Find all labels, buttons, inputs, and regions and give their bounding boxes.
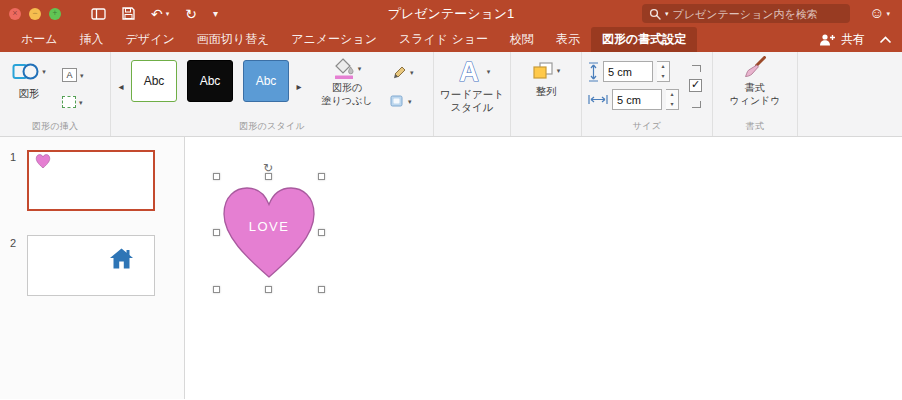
- arrange-label: 整列: [536, 85, 557, 98]
- slide-thumbnail-2[interactable]: [27, 235, 155, 296]
- resize-handle-ne[interactable]: [318, 173, 325, 180]
- width-spin-up-button[interactable]: [666, 90, 678, 100]
- brush-icon: [743, 56, 767, 79]
- shapes-icon: [12, 60, 39, 83]
- chevron-down-icon: [79, 99, 83, 106]
- tabbar-right: 共有: [819, 27, 892, 52]
- shape-style-option-2[interactable]: Abc: [187, 60, 233, 102]
- tab-design[interactable]: デザイン: [115, 27, 186, 52]
- close-button[interactable]: [9, 8, 21, 20]
- slide-number: 2: [10, 237, 16, 249]
- heart-shape-thumbnail: [35, 154, 51, 169]
- tab-review[interactable]: 校閲: [499, 27, 545, 52]
- shape-outline-button[interactable]: [389, 65, 414, 80]
- shape-width-input[interactable]: [612, 89, 662, 110]
- height-stepper: [657, 61, 670, 82]
- shape-height-input[interactable]: [603, 61, 653, 82]
- home-icon: [110, 248, 133, 269]
- search-input[interactable]: [673, 8, 843, 20]
- tab-transitions[interactable]: 画面切り替え: [186, 27, 281, 52]
- main-area: 1 2 LOVE: [0, 137, 902, 399]
- shape-effects-button[interactable]: [389, 94, 412, 108]
- group-format: 書式 ウィンドウ 書式: [713, 52, 797, 136]
- wordart-label: ワードアート スタイル: [440, 88, 504, 114]
- resize-handle-se[interactable]: [318, 286, 325, 293]
- resize-handle-sw[interactable]: [213, 286, 220, 293]
- tab-home[interactable]: ホーム: [10, 27, 69, 52]
- slide-canvas[interactable]: LOVE: [185, 137, 902, 399]
- shape-style-option-3[interactable]: Abc: [243, 60, 289, 102]
- share-button[interactable]: 共有: [819, 31, 865, 48]
- search-icon: [649, 8, 661, 20]
- redo-button[interactable]: [185, 6, 197, 22]
- change-shape-button[interactable]: [62, 96, 83, 108]
- group-label-size: サイズ: [582, 120, 712, 133]
- shape-style-option-1[interactable]: Abc: [131, 60, 177, 102]
- format-pane-label: 書式 ウィンドウ: [729, 82, 780, 107]
- slide-number: 1: [10, 151, 16, 163]
- style-gallery-prev-button[interactable]: [115, 76, 127, 94]
- minimize-button[interactable]: [29, 8, 41, 20]
- tab-slideshow[interactable]: スライド ショー: [388, 27, 499, 52]
- tab-shape-format[interactable]: 図形の書式設定: [591, 27, 697, 52]
- shape-fill-button[interactable]: 図形の 塗りつぶし: [311, 58, 383, 107]
- effects-icon: [389, 94, 405, 108]
- resize-handle-s[interactable]: [265, 286, 272, 293]
- style-gallery-next-button[interactable]: [293, 76, 305, 94]
- svg-text:A: A: [459, 57, 479, 86]
- undo-button[interactable]: [151, 6, 169, 22]
- customize-toolbar-button[interactable]: [213, 9, 218, 19]
- group-arrange: 整列: [511, 52, 581, 136]
- shape-height-icon: [588, 62, 599, 82]
- height-spin-up-button[interactable]: [657, 62, 669, 72]
- resize-handle-e[interactable]: [318, 229, 325, 236]
- smiley-icon: [869, 5, 884, 21]
- width-stepper: [666, 89, 679, 110]
- format-pane-button[interactable]: 書式 ウィンドウ: [713, 56, 797, 107]
- selected-heart-shape[interactable]: LOVE: [217, 177, 321, 289]
- shape-width-icon: [588, 94, 608, 105]
- text-box-icon: [62, 68, 77, 82]
- powerpoint-window: プレゼンテーション1 ホーム 挿入 デザイン 画面切り替え アニメーション スラ…: [0, 0, 902, 400]
- group-size: サイズ: [582, 52, 712, 136]
- heart-shape: [217, 182, 321, 286]
- tab-view[interactable]: 表示: [545, 27, 591, 52]
- toggle-sidebar-button[interactable]: [91, 8, 106, 20]
- height-spin-down-button[interactable]: [657, 72, 669, 82]
- resize-handle-w[interactable]: [213, 229, 220, 236]
- insert-shape-button[interactable]: 図形: [6, 60, 52, 100]
- quick-access-toolbar: [91, 6, 218, 22]
- lock-aspect-ratio-checkbox[interactable]: [689, 79, 702, 92]
- wordart-styles-button[interactable]: A ワードアート スタイル: [434, 56, 510, 114]
- resize-handle-nw[interactable]: [213, 173, 220, 180]
- chevron-down-icon: [665, 10, 669, 17]
- add-person-icon: [819, 33, 836, 46]
- chevron-down-icon: [410, 69, 414, 76]
- search-box[interactable]: [642, 4, 850, 23]
- group-wordart: A ワードアート スタイル: [434, 52, 510, 136]
- group-label-format: 書式: [713, 120, 797, 133]
- shape-fill-label: 図形の 塗りつぶし: [322, 82, 373, 107]
- save-icon: [122, 7, 135, 20]
- slide-thumbnail-1[interactable]: [27, 150, 155, 211]
- width-spin-down-button[interactable]: [666, 100, 678, 110]
- chevron-down-icon: [166, 10, 170, 17]
- window-controls: [9, 8, 61, 20]
- save-button[interactable]: [122, 7, 135, 20]
- chevron-down-icon: [886, 10, 890, 17]
- feedback-smiley-button[interactable]: [869, 5, 890, 21]
- group-label-insert-shapes: 図形の挿入: [0, 120, 110, 133]
- pen-icon: [389, 65, 407, 80]
- tab-insert[interactable]: 挿入: [69, 27, 115, 52]
- ribbon-tab-bar: ホーム 挿入 デザイン 画面切り替え アニメーション スライド ショー 校閲 表…: [0, 27, 902, 52]
- zoom-button[interactable]: [49, 8, 61, 20]
- arrange-button[interactable]: 整列: [511, 61, 581, 98]
- resize-handle-n[interactable]: [265, 173, 272, 180]
- insert-textbox-button[interactable]: [62, 68, 84, 82]
- insert-shape-label: 図形: [19, 87, 40, 100]
- collapse-ribbon-button[interactable]: [879, 36, 892, 44]
- dashed-shape-icon: [62, 96, 76, 108]
- group-label-shape-styles: 図形のスタイル: [111, 120, 433, 133]
- chevron-down-icon: [358, 65, 362, 72]
- tab-animations[interactable]: アニメーション: [280, 27, 388, 52]
